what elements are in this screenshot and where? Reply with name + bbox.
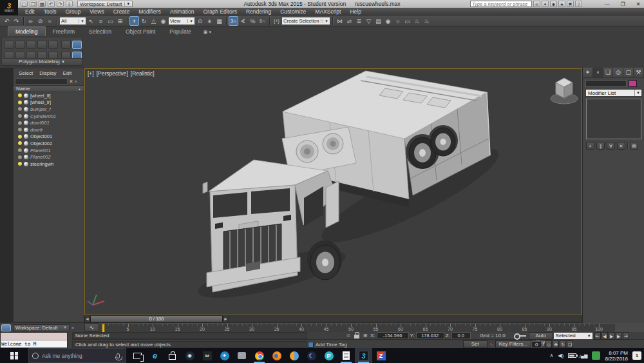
redo-icon[interactable]: ↷ xyxy=(57,1,64,7)
menu-animation[interactable]: Animation xyxy=(166,8,199,15)
workspace-dropdown-top[interactable]: Workspace: Default▼ xyxy=(77,1,133,7)
command-tab-motion[interactable]: ◎ xyxy=(613,68,623,77)
clear-search-icon[interactable]: ✕ xyxy=(69,79,73,84)
ribbon-tab-modeling[interactable]: Modeling xyxy=(8,26,46,36)
polygon-modeling-label[interactable]: Polygon Modeling ▼ xyxy=(1,58,82,66)
key-tangents-icon[interactable]: ∿ xyxy=(488,342,495,348)
open-file-icon[interactable]: ❒ xyxy=(30,1,37,7)
name-column-header[interactable]: Name▲ xyxy=(14,85,84,92)
moon-app-taskbar-button[interactable]: ☾ xyxy=(303,348,320,363)
chrome-taskbar-button[interactable] xyxy=(251,348,268,363)
menu-tools[interactable]: Tools xyxy=(39,8,61,15)
current-frame-marker[interactable] xyxy=(102,324,105,332)
bind-to-space-warp-icon[interactable]: ≈ xyxy=(45,16,55,26)
select-and-link-icon[interactable]: ∞ xyxy=(26,16,35,26)
angle-snap-icon[interactable]: ∢ xyxy=(238,16,248,26)
menu-modifiers[interactable]: Modifiers xyxy=(134,8,165,15)
explorer-search-input[interactable] xyxy=(15,78,68,84)
3ds-max-taskbar-button[interactable]: 3 xyxy=(355,348,372,363)
render-setup-icon[interactable]: ☼ xyxy=(393,16,402,26)
unlink-selection-icon[interactable]: ⊘ xyxy=(35,16,45,26)
menu-rendering[interactable]: Rendering xyxy=(242,8,276,15)
im-app-taskbar-button[interactable]: IM xyxy=(198,348,216,363)
edge-browser-taskbar-button[interactable]: e xyxy=(146,348,164,363)
visibility-bulb-icon[interactable] xyxy=(18,135,22,139)
key-filter-dropdown[interactable]: Selected▼ xyxy=(553,332,593,340)
go-to-start-button[interactable]: ⇤ xyxy=(594,332,601,340)
snaps-toggle-3d-icon[interactable]: 3∩ xyxy=(229,16,238,26)
overflow-icon[interactable]: » xyxy=(71,326,74,330)
favorites-icon[interactable]: ★ xyxy=(558,1,565,7)
select-and-move-icon[interactable]: + xyxy=(129,16,139,26)
minimize-button[interactable]: — xyxy=(603,1,612,7)
absolute-offset-toggle-icon[interactable]: ⊞ xyxy=(361,333,369,338)
visibility-bulb-icon[interactable] xyxy=(18,148,22,152)
scene-explorer-icon[interactable]: ▤ xyxy=(374,16,383,26)
workspace-dropdown-bottom[interactable]: Workspace: Default▼ xyxy=(13,324,70,331)
3ds-max-logo[interactable]: 3MAX xyxy=(0,0,18,15)
task-view-taskbar-button[interactable] xyxy=(129,348,146,363)
previous-frame-arrow[interactable]: ◄ xyxy=(84,315,90,322)
tray-app-icon[interactable] xyxy=(592,351,600,360)
perspective-viewport[interactable]: [+] [Perspective] [Realistic] xyxy=(84,68,582,315)
explorer-menu-display[interactable]: Display xyxy=(37,70,59,76)
scene-object-row[interactable]: Plane001 xyxy=(14,147,84,154)
menu-create[interactable]: Create xyxy=(109,8,135,15)
play-animation-button[interactable]: ▶ xyxy=(609,332,615,340)
named-selection-set-dropdown[interactable]: Create Selection Se▼ xyxy=(281,17,330,25)
polygon-modeling-button[interactable] xyxy=(72,41,82,49)
command-tab-utilities[interactable]: ⚒ xyxy=(634,68,644,77)
messaging-taskbar-button[interactable]: ··· xyxy=(233,348,251,363)
polygon-modeling-button[interactable] xyxy=(48,41,58,49)
make-unique-button[interactable]: ∀ xyxy=(607,142,615,150)
ribbon-tab-object-paint[interactable]: Object Paint xyxy=(118,27,162,36)
microphone-icon[interactable] xyxy=(117,353,120,358)
visibility-bulb-icon[interactable] xyxy=(18,121,22,125)
store-taskbar-button[interactable] xyxy=(164,348,181,363)
modifier-list-dropdown[interactable]: Modifier List▼ xyxy=(585,89,642,97)
mini-curve-editor-button[interactable]: ∿ xyxy=(84,323,99,332)
communication-center-icon[interactable]: ✦ xyxy=(542,1,549,7)
scene-object-row[interactable]: bumper_f xyxy=(14,106,84,113)
layer-manager-icon[interactable]: ≣ xyxy=(354,16,364,26)
modifier-stack[interactable] xyxy=(586,99,641,139)
command-tab-display[interactable]: ▢ xyxy=(623,68,634,77)
project-folder-icon[interactable]: ⇩ xyxy=(66,1,73,7)
new-scene-icon[interactable]: ▢ xyxy=(21,1,28,7)
menu-edit[interactable]: Edit xyxy=(21,8,39,15)
rectangular-selection-region-icon[interactable]: ▭ xyxy=(106,16,115,26)
scene-object-row[interactable]: doorfr xyxy=(14,126,84,133)
object-name-field[interactable] xyxy=(585,80,627,87)
viewport-shading-menu[interactable]: [Realistic] xyxy=(131,70,155,77)
visibility-bulb-icon[interactable] xyxy=(18,128,22,132)
maxscript-mini-listener[interactable]: Welcome to M xyxy=(0,332,68,348)
listener-macro-pane[interactable] xyxy=(1,333,67,340)
previous-frame-button[interactable]: ◀ xyxy=(601,332,608,340)
menu-graph-editors[interactable]: Graph Editors xyxy=(198,8,241,15)
visibility-bulb-icon[interactable] xyxy=(18,114,22,118)
scene-object-row[interactable]: [wheel_lf] xyxy=(14,92,84,99)
use-pivot-point-center-icon[interactable]: ⊙ xyxy=(195,16,205,26)
taskbar-clock[interactable]: 8:07 PM 8/22/2016 xyxy=(605,350,628,362)
select-and-manipulate-icon[interactable]: ∗ xyxy=(205,16,214,26)
object-color-swatch[interactable] xyxy=(629,80,637,87)
window-crossing-icon[interactable]: ⊞ xyxy=(115,16,125,26)
workspace-icon[interactable] xyxy=(1,324,11,331)
command-tab-create[interactable]: ✶ xyxy=(583,68,593,77)
undo-icon[interactable]: ↶ xyxy=(2,16,12,26)
filezilla-taskbar-button[interactable]: Z xyxy=(372,348,390,363)
select-and-rotate-icon[interactable]: ↻ xyxy=(139,16,149,26)
pan-view-button[interactable]: ✥ xyxy=(553,340,559,348)
menu-group[interactable]: Group xyxy=(61,8,86,15)
command-tab-hierarchy[interactable]: ❏ xyxy=(603,68,614,77)
selection-lock-icon[interactable] xyxy=(354,335,359,338)
undo-icon[interactable]: ↶ xyxy=(48,1,55,7)
menu-maxscript[interactable]: MAXScript xyxy=(310,8,345,15)
scene-object-row[interactable]: Plane002 xyxy=(14,153,84,161)
render-iterative-icon[interactable]: ♨ xyxy=(422,16,431,26)
keyboard-shortcut-override-icon[interactable]: ▦ xyxy=(214,16,224,26)
expand-panel-icon[interactable]: » xyxy=(75,79,77,84)
key-filters-button[interactable]: Key Filters... xyxy=(495,340,531,348)
percent-snap-icon[interactable]: % xyxy=(248,16,258,26)
sign-in-icon[interactable]: ☻ xyxy=(550,1,557,7)
